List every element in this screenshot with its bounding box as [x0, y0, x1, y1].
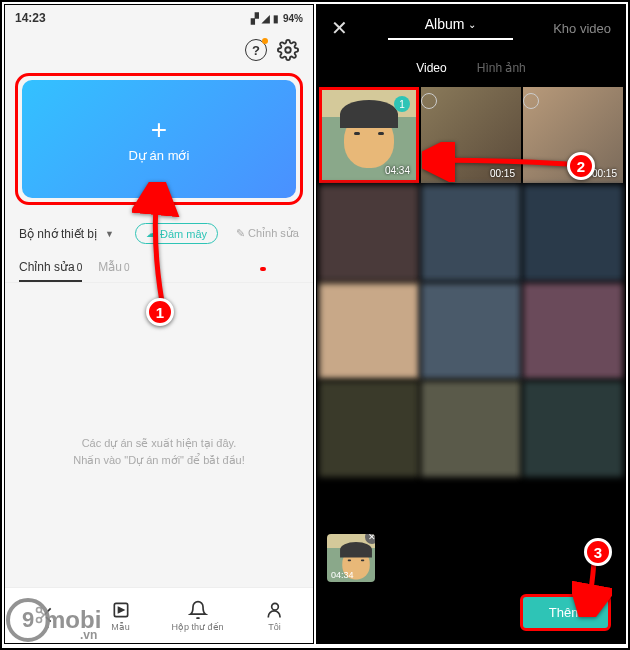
settings-icon[interactable] [277, 39, 299, 61]
video-thumb[interactable] [319, 185, 419, 281]
step-badge-3: 3 [584, 538, 612, 566]
video-thumb[interactable] [523, 283, 623, 379]
battery-text: 94% [283, 13, 303, 24]
chevron-down-icon: ⌄ [468, 19, 476, 30]
kho-video-tab[interactable]: Kho video [553, 21, 611, 36]
arrow-3 [572, 557, 612, 617]
tab-template[interactable]: Mẫu0 [98, 254, 129, 282]
nav-inbox[interactable]: Hộp thư đến [159, 588, 236, 643]
selection-badge: 1 [394, 96, 410, 112]
empty-line2: Nhấn vào "Dự án mới" để bắt đầu! [5, 452, 313, 469]
step-badge-2: 2 [567, 152, 595, 180]
media-type-tabs: Video Hình ảnh [317, 51, 625, 85]
picker-topbar: ✕ Album ⌄ Kho video [317, 5, 625, 51]
signal-icon: ▞ ◢ ▮ [251, 13, 279, 24]
tray-duration: 04:34 [331, 570, 354, 580]
red-dot [260, 267, 266, 271]
arrow-2 [422, 142, 572, 182]
video-thumb[interactable] [421, 381, 521, 477]
plus-icon: + [151, 116, 167, 144]
empty-line1: Các dự án sẽ xuất hiện tại đây. [5, 435, 313, 452]
cartoon-face [344, 112, 394, 168]
video-thumb[interactable] [319, 381, 419, 477]
new-project-button[interactable]: + Dự án mới [22, 80, 296, 198]
status-bar: 14:23 ▞ ◢ ▮ 94% [5, 5, 313, 31]
help-icon[interactable]: ? [245, 39, 267, 61]
selection-circle [421, 93, 437, 109]
close-icon[interactable]: ✕ [331, 16, 348, 40]
tab-edit[interactable]: Chỉnh sửa0 [19, 254, 82, 282]
phone-right: ✕ Album ⌄ Kho video Video Hình ảnh 1 04:… [316, 4, 626, 644]
selection-circle [523, 93, 539, 109]
duration: 00:15 [592, 168, 617, 179]
empty-state: Các dự án sẽ xuất hiện tại đây. Nhấn vào… [5, 435, 313, 468]
step-badge-1: 1 [146, 298, 174, 326]
top-bar: ? [5, 31, 313, 69]
tab-image[interactable]: Hình ảnh [477, 61, 526, 75]
tab-video[interactable]: Video [416, 61, 446, 75]
pencil-icon: ✎ [236, 227, 245, 240]
video-thumb[interactable] [421, 283, 521, 379]
album-dropdown[interactable]: Album ⌄ [388, 16, 513, 40]
video-thumb-selected[interactable]: 1 04:34 [319, 87, 419, 183]
video-thumb[interactable] [319, 283, 419, 379]
bell-icon [188, 600, 208, 620]
status-time: 14:23 [15, 11, 46, 25]
video-thumb[interactable] [523, 381, 623, 477]
nav-me[interactable]: Tôi [236, 588, 313, 643]
edit-link[interactable]: ✎ Chỉnh sửa [236, 227, 299, 240]
tray-thumb[interactable]: ✕ 04:34 [327, 534, 375, 582]
duration: 04:34 [385, 165, 410, 176]
storage-label[interactable]: Bộ nhớ thiết bị [19, 227, 97, 241]
caret-down-icon[interactable]: ▼ [105, 229, 114, 239]
edit-label: Chỉnh sửa [248, 227, 299, 240]
user-icon [265, 600, 285, 620]
remove-icon[interactable]: ✕ [365, 534, 375, 544]
watermark-domain: .vn [80, 628, 97, 642]
svg-point-7 [271, 603, 278, 610]
video-thumb[interactable] [421, 185, 521, 281]
svg-point-0 [285, 47, 291, 53]
video-thumb[interactable] [523, 185, 623, 281]
status-icons: ▞ ◢ ▮ 94% [251, 13, 303, 24]
template-icon [111, 600, 131, 620]
new-project-label: Dự án mới [129, 148, 190, 163]
watermark: 9 mobi .vn [6, 598, 101, 642]
arrow-1 [132, 182, 192, 312]
